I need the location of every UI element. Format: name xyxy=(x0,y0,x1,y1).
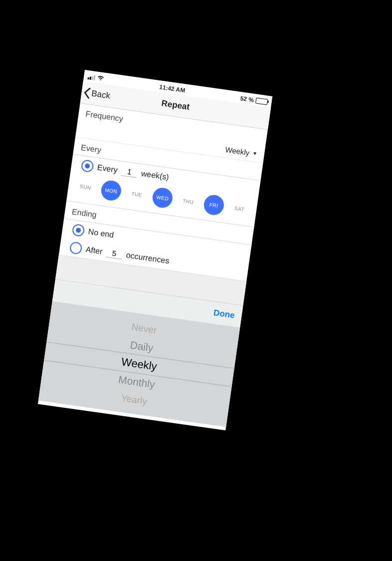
after-count-input[interactable] xyxy=(106,248,123,260)
radio-noend[interactable] xyxy=(72,224,85,237)
back-button[interactable]: Back xyxy=(81,87,111,102)
phone-screen: 11:42 AM 52 % Back Repeat Frequency Week… xyxy=(38,70,272,430)
noend-label: No end xyxy=(88,227,115,240)
every-radio-label: Every xyxy=(97,163,118,175)
day-thu[interactable]: THU xyxy=(177,190,199,213)
every-count-input[interactable] xyxy=(121,166,138,178)
battery-text: 52 % xyxy=(240,95,254,104)
frequency-value: Weekly xyxy=(225,145,250,157)
after-unit: occurrences xyxy=(126,251,170,266)
day-sun[interactable]: SUN xyxy=(74,176,97,198)
back-label: Back xyxy=(91,88,111,101)
radio-every[interactable] xyxy=(81,159,94,173)
chevron-left-icon xyxy=(83,87,91,99)
signal-icon xyxy=(87,74,95,80)
day-mon[interactable]: MON xyxy=(100,179,122,202)
wifi-icon xyxy=(97,75,105,83)
day-sat[interactable]: SAT xyxy=(228,197,251,220)
radio-after[interactable] xyxy=(69,241,83,255)
every-unit: week(s) xyxy=(141,169,170,182)
battery-icon xyxy=(255,97,268,105)
day-fri[interactable]: FRI xyxy=(202,194,225,216)
after-label: After xyxy=(85,245,103,257)
day-wed[interactable]: WED xyxy=(151,187,174,209)
day-tue[interactable]: TUE xyxy=(126,183,148,205)
done-button[interactable]: Done xyxy=(213,308,235,321)
caret-down-icon: ▼ xyxy=(252,150,257,156)
